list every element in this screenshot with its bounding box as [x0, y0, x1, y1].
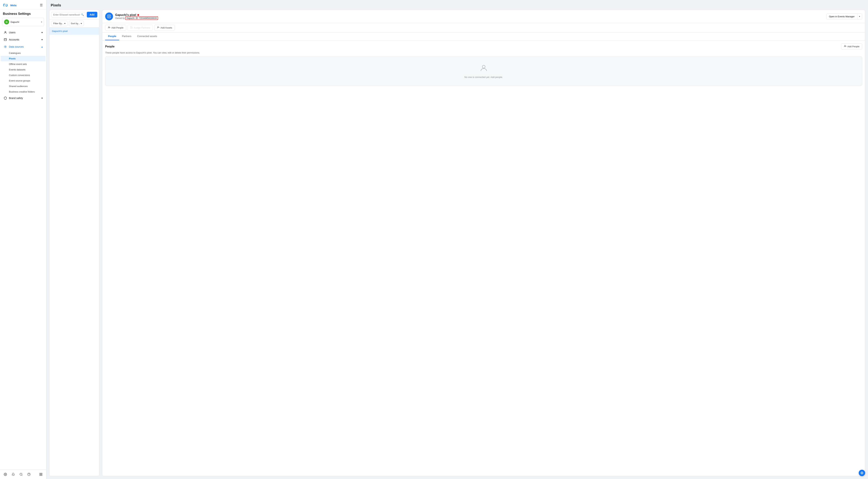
open-events-manager-main[interactable]: Open in Events Manager: [827, 14, 857, 19]
meta-logo-svg: [3, 4, 9, 7]
tab-connected-assets[interactable]: Connected assets: [134, 33, 160, 40]
meta-logo-text: Meta: [10, 4, 17, 7]
svg-rect-19: [41, 475, 42, 476]
people-section-title: People: [105, 45, 115, 48]
sidebar-item-brand-safety[interactable]: Brand safety ▾: [1, 95, 45, 102]
search-bottom-icon[interactable]: [19, 472, 24, 477]
open-events-manager-arrow[interactable]: ▾: [857, 14, 862, 19]
globe-button[interactable]: [859, 470, 865, 476]
svg-line-14: [22, 475, 22, 475]
sort-label: Sort by...: [71, 22, 80, 25]
data-sources-icon: [4, 45, 7, 48]
add-person-icon-2: [844, 45, 846, 48]
sidebar-item-label-users: Users: [9, 31, 16, 34]
search-bar: 🔍 Add: [50, 10, 99, 20]
filter-label: Filter By...: [53, 22, 64, 25]
pixel-title-section: Gapuchi's pixel Owned by Gapuchi ID: 720…: [105, 12, 158, 20]
left-panel: 🔍 Add Filter By... ▾ Sort by... ▾ Gapuch…: [49, 10, 99, 476]
sidebar-item-data-sources[interactable]: Data sources ▴: [1, 43, 45, 50]
chevron-icon-accounts: ▾: [41, 38, 43, 41]
sidebar-sub-item-catalogues[interactable]: Catalogues: [1, 50, 45, 56]
svg-line-9: [6, 47, 6, 47]
people-section-header: People Add People: [105, 43, 862, 49]
owner-id-highlight: Gapuchi ID: 720349859330033: [125, 16, 158, 20]
sidebar-item-label-brand-safety: Brand safety: [9, 97, 23, 100]
sidebar-sub-item-shared-audiences[interactable]: Shared audiences: [1, 83, 45, 89]
chevron-down-icon: ▾: [41, 21, 42, 23]
svg-point-12: [5, 474, 6, 475]
pixel-name-wrap: Gapuchi's pixel Owned by Gapuchi ID: 720…: [115, 13, 158, 20]
bell-icon[interactable]: [11, 472, 16, 477]
pixel-header: Gapuchi's pixel Owned by Gapuchi ID: 720…: [102, 10, 865, 23]
tab-partners[interactable]: Partners: [119, 33, 134, 40]
sidebar-sub-item-events-datasets[interactable]: Events datasets: [1, 67, 45, 72]
add-people-action-button[interactable]: Add People: [105, 25, 126, 31]
open-events-manager-btn[interactable]: Open in Events Manager ▾: [826, 13, 862, 20]
svg-point-31: [482, 65, 485, 68]
help-icon[interactable]: [26, 472, 31, 477]
user-icon: [4, 31, 7, 34]
sidebar-sub-item-custom-conversions[interactable]: Custom conversions: [1, 72, 45, 78]
main-header: Pixels: [46, 0, 868, 10]
sidebar-sub-item-business-creative-folders[interactable]: Business creative folders: [1, 89, 45, 95]
assign-partners-action-button[interactable]: Assign Partners: [127, 25, 153, 31]
shield-icon: [4, 96, 7, 100]
action-buttons: Add People Assign Partners Add Assets: [102, 23, 865, 33]
sidebar-item-accounts[interactable]: Accounts ▾: [1, 36, 45, 43]
search-input-wrap: 🔍: [51, 12, 85, 18]
svg-rect-18: [41, 473, 42, 474]
grid-icon[interactable]: [38, 472, 43, 477]
chevron-icon-users: ▾: [41, 31, 43, 34]
list-item[interactable]: Gapuchi's pixel: [50, 28, 99, 35]
account-name: Gapuchi: [10, 21, 40, 23]
sort-button[interactable]: Sort by... ▾: [69, 21, 84, 26]
add-people-button[interactable]: Add People: [841, 43, 862, 49]
sidebar-sub-item-event-source-groups[interactable]: Event source groups: [1, 78, 45, 83]
search-input[interactable]: [51, 12, 85, 18]
empty-state-text: No one is connected yet. Add people.: [464, 76, 503, 78]
business-settings-title: Business Settings: [0, 10, 46, 17]
main-content: Pixels 🔍 Add Filter By... ▾ Sort by... ▾: [46, 0, 868, 479]
pixel-owner: Owned by Gapuchi ID: 720349859330033: [115, 17, 158, 20]
content-area: 🔍 Add Filter By... ▾ Sort by... ▾ Gapuch…: [46, 10, 868, 479]
add-button[interactable]: Add: [87, 12, 97, 18]
svg-point-25: [158, 27, 159, 28]
sidebar-item-users[interactable]: Users ▾: [1, 29, 45, 36]
search-icon: 🔍: [81, 13, 84, 16]
svg-point-13: [20, 473, 22, 475]
svg-rect-17: [40, 473, 40, 474]
svg-point-3: [5, 46, 6, 47]
nav-section: Users ▾ Accounts ▾ Data sources ▴: [0, 28, 46, 102]
sidebar-sub-item-pixels[interactable]: Pixels: [1, 56, 45, 61]
svg-line-8: [4, 46, 5, 46]
sidebar-item-label-accounts: Accounts: [9, 38, 19, 41]
accounts-icon: [4, 38, 7, 41]
tab-people[interactable]: People: [105, 33, 119, 40]
account-selector[interactable]: G Gapuchi ▾: [2, 18, 44, 26]
settings-icon[interactable]: [3, 472, 8, 477]
add-assets-action-button[interactable]: Add Assets: [154, 25, 175, 31]
people-description: These people have access to Gapuchi's pi…: [105, 52, 862, 54]
status-dot: [137, 14, 139, 16]
sidebar-header: Meta ☰: [0, 0, 46, 10]
empty-state: No one is connected yet. Add people.: [105, 57, 862, 86]
pixel-icon: [105, 12, 113, 20]
chevron-icon-data-sources: ▴: [41, 45, 43, 48]
hamburger-button[interactable]: ☰: [39, 2, 43, 8]
pixel-list: Gapuchi's pixel: [50, 28, 99, 476]
avatar: G: [4, 20, 9, 25]
svg-point-0: [5, 31, 6, 32]
page-title: Pixels: [51, 3, 864, 7]
add-person-icon: [108, 26, 110, 29]
add-assets-icon: [157, 26, 159, 29]
svg-line-10: [4, 47, 5, 47]
chevron-icon-brand-safety: ▾: [41, 97, 43, 100]
filter-button[interactable]: Filter By... ▾: [51, 21, 67, 26]
people-section: People Add People These people have acce…: [102, 40, 865, 476]
filter-sort-bar: Filter By... ▾ Sort by... ▾: [50, 20, 99, 28]
sidebar-sub-item-offline-event-sets[interactable]: Offline event sets: [1, 61, 45, 67]
svg-rect-20: [40, 475, 40, 476]
empty-person-icon: [479, 64, 488, 74]
svg-point-28: [844, 45, 845, 46]
svg-rect-1: [4, 38, 7, 41]
